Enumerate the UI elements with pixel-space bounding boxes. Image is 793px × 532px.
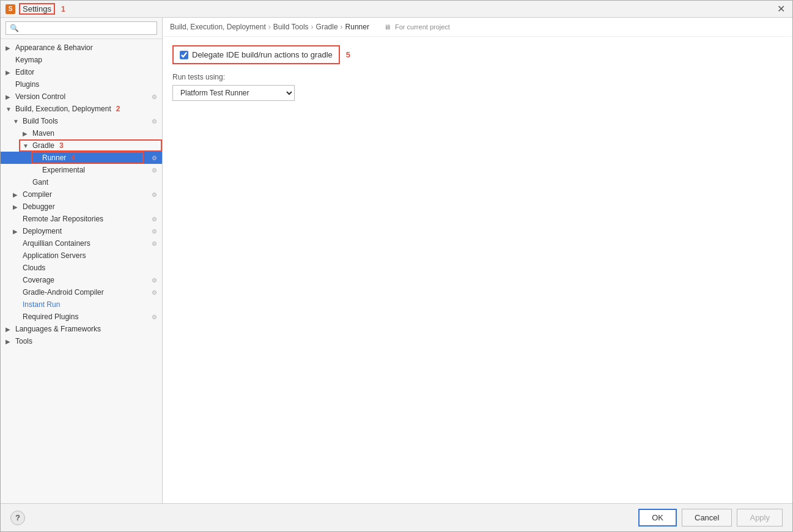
checkbox-text: Delegate IDE build/run actions to gradle	[192, 50, 333, 59]
run-tests-label: Run tests using:	[172, 73, 783, 81]
sidebar-item-build-execution[interactable]: ▼ Build, Execution, Deployment 2	[1, 103, 162, 115]
apply-button[interactable]: Apply	[737, 509, 783, 526]
sidebar-item-label: Debugger	[23, 202, 55, 211]
sidebar-item-label: Required Plugins	[23, 312, 78, 321]
sidebar-item-required-plugins[interactable]: Required Plugins ⚙	[1, 311, 162, 323]
settings-icon: ⚙	[152, 94, 157, 100]
title-bar: S Settings 1 ✕	[1, 1, 792, 18]
sidebar-item-label: Languages & Frameworks	[15, 325, 101, 333]
delegate-checkbox-label[interactable]: Delegate IDE build/run actions to gradle	[172, 45, 340, 64]
sidebar-item-deployment[interactable]: ▶ Deployment ⚙	[1, 225, 162, 237]
sidebar-item-plugins[interactable]: Plugins	[1, 78, 162, 91]
main-content: ▶ Appearance & Behavior Keymap ▶ Editor …	[1, 18, 792, 503]
annotation-2: 2	[116, 105, 120, 113]
button-group: OK Cancel Apply	[638, 509, 783, 526]
breadcrumb-sep-1: ›	[268, 23, 271, 31]
sidebar-item-version-control[interactable]: ▶ Version Control ⚙	[1, 91, 162, 103]
panel-body: Delegate IDE build/run actions to gradle…	[163, 37, 792, 503]
close-button[interactable]: ✕	[775, 2, 787, 16]
sidebar-item-label: Gant	[32, 178, 48, 187]
breadcrumb-part-2: Build Tools	[273, 23, 309, 31]
sidebar-item-label: Plugins	[15, 80, 39, 89]
sidebar-item-label: Version Control	[15, 92, 65, 101]
expand-icon: ▶	[13, 204, 20, 210]
ok-button[interactable]: OK	[638, 509, 677, 526]
settings-icon: ⚙	[152, 289, 157, 296]
sidebar-item-label: Maven	[32, 129, 54, 138]
sidebar-item-label: Experimental	[42, 166, 85, 174]
sidebar-item-remote-jar[interactable]: Remote Jar Repositories ⚙	[1, 213, 162, 225]
breadcrumb-part-3: Gradle	[316, 23, 338, 31]
sidebar: ▶ Appearance & Behavior Keymap ▶ Editor …	[1, 18, 163, 503]
annotation-5: 5	[346, 50, 350, 59]
sidebar-item-maven[interactable]: ▶ Maven	[1, 127, 162, 139]
tree-container: ▶ Appearance & Behavior Keymap ▶ Editor …	[1, 39, 162, 503]
expand-icon: ▶	[6, 326, 13, 333]
expand-icon: ▶	[6, 338, 13, 345]
sidebar-item-tools[interactable]: ▶ Tools	[1, 335, 162, 347]
sidebar-item-label: Gradle	[32, 141, 54, 150]
sidebar-item-arquillian[interactable]: Arquillian Containers ⚙	[1, 237, 162, 249]
settings-dialog: S Settings 1 ✕ ▶ Appearance & Behavior K…	[0, 0, 793, 532]
expand-icon: ▶	[13, 228, 20, 235]
settings-icon: ⚙	[152, 167, 157, 174]
sidebar-item-gradle-android[interactable]: Gradle-Android Compiler ⚙	[1, 286, 162, 298]
sidebar-item-label: Runner	[42, 153, 66, 162]
sidebar-item-label: Application Servers	[23, 251, 86, 260]
checkbox-row-container: Delegate IDE build/run actions to gradle…	[172, 45, 783, 64]
sidebar-item-clouds[interactable]: Clouds	[1, 262, 162, 274]
settings-icon: ⚙	[152, 118, 157, 125]
sidebar-item-debugger[interactable]: ▶ Debugger	[1, 201, 162, 213]
expand-icon: ▶	[6, 45, 13, 51]
sidebar-item-coverage[interactable]: Coverage ⚙	[1, 274, 162, 286]
settings-icon: ⚙	[152, 228, 157, 235]
cancel-button[interactable]: Cancel	[682, 509, 732, 526]
sidebar-item-label: Clouds	[23, 264, 45, 272]
app-icon: S	[6, 4, 15, 14]
sidebar-item-experimental[interactable]: Experimental ⚙	[1, 164, 162, 176]
sidebar-item-label: Keymap	[15, 56, 42, 64]
right-panel: Build, Execution, Deployment › Build Too…	[163, 18, 792, 503]
sidebar-item-runner[interactable]: Runner 4 ⚙	[1, 152, 162, 164]
settings-icon: ⚙	[152, 240, 157, 247]
expand-icon: ▼	[23, 142, 30, 149]
search-box	[1, 18, 162, 39]
sidebar-item-appearance[interactable]: ▶ Appearance & Behavior	[1, 42, 162, 54]
delegate-checkbox[interactable]	[180, 51, 188, 59]
breadcrumb-part-1: Build, Execution, Deployment	[170, 23, 266, 31]
sidebar-item-languages[interactable]: ▶ Languages & Frameworks	[1, 323, 162, 335]
sidebar-item-label: Build, Execution, Deployment	[15, 105, 111, 113]
expand-icon: ▼	[13, 118, 20, 125]
dialog-title: Settings	[19, 3, 55, 15]
help-button[interactable]: ?	[10, 511, 25, 525]
sidebar-item-label: Coverage	[23, 276, 54, 284]
sidebar-item-label: Editor	[15, 68, 34, 76]
sidebar-item-instant-run[interactable]: Instant Run	[1, 298, 162, 311]
sidebar-item-keymap[interactable]: Keymap	[1, 54, 162, 66]
expand-icon: ▶	[13, 191, 20, 198]
breadcrumb: Build, Execution, Deployment › Build Too…	[163, 18, 792, 37]
settings-icon: ⚙	[152, 155, 157, 161]
breadcrumb-current: Runner	[345, 23, 369, 31]
settings-icon: ⚙	[152, 314, 157, 320]
sidebar-item-label: Build Tools	[23, 117, 58, 125]
hint-icon: 🖥	[384, 23, 391, 31]
breadcrumb-sep-2: ›	[311, 23, 314, 31]
sidebar-item-label: Arquillian Containers	[23, 239, 90, 248]
sidebar-item-build-tools[interactable]: ▼ Build Tools ⚙	[1, 115, 162, 127]
sidebar-item-editor[interactable]: ▶ Editor	[1, 66, 162, 78]
annotation-4: 4	[71, 153, 75, 162]
expand-icon: ▼	[6, 106, 13, 113]
bottom-bar: ? OK Cancel Apply	[1, 503, 792, 531]
title-bar-left: S Settings 1	[6, 3, 65, 15]
breadcrumb-hint: 🖥 For current project	[384, 23, 450, 31]
sidebar-item-label: Compiler	[23, 190, 52, 199]
expand-icon: ▶	[23, 130, 30, 137]
search-input[interactable]	[6, 21, 157, 35]
sidebar-item-gradle[interactable]: ▼ Gradle 3	[1, 139, 162, 152]
run-tests-dropdown[interactable]: Platform Test Runner Gradle Test Runner	[172, 85, 295, 101]
sidebar-item-app-servers[interactable]: Application Servers	[1, 249, 162, 262]
sidebar-item-label: Deployment	[23, 227, 62, 235]
sidebar-item-compiler[interactable]: ▶ Compiler ⚙	[1, 188, 162, 201]
sidebar-item-gant[interactable]: Gant	[1, 176, 162, 188]
